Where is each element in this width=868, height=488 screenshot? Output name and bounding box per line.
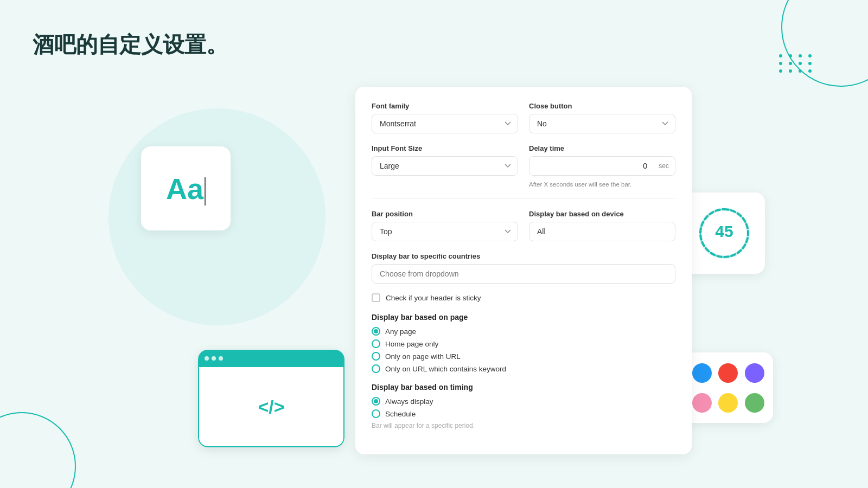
radio-page-url[interactable]: Only on page with URL: [372, 352, 675, 361]
radio-always-display-circle[interactable]: [372, 397, 380, 406]
font-family-label: Font family: [372, 102, 518, 110]
delay-time-wrapper: sec: [529, 156, 675, 176]
radio-url-keyword[interactable]: Only on URL which contains keyword: [372, 364, 675, 373]
text-cursor: [205, 177, 206, 206]
countries-label: Display bar to specific countries: [372, 252, 675, 260]
radio-specific-period: Bar will appear for a specific period.: [372, 422, 675, 429]
font-card-text: Aa: [166, 172, 203, 206]
delay-time-label: Delay time: [529, 144, 675, 152]
timer-number: 45: [715, 222, 733, 240]
section-display-page: Display bar based on page Any page Home …: [372, 313, 675, 373]
radio-home-page-circle[interactable]: [372, 339, 380, 348]
dots-grid: [779, 54, 814, 73]
countries-input[interactable]: [372, 264, 675, 284]
display-timing-title: Display bar based on timing: [372, 383, 675, 391]
section-display-timing: Display bar based on timing Always displ…: [372, 383, 675, 429]
sticky-header-checkbox[interactable]: [372, 293, 380, 302]
radio-any-page-circle[interactable]: [372, 327, 380, 336]
code-card-dot-3: [219, 356, 223, 361]
radio-any-page-label: Any page: [385, 328, 416, 336]
delay-time-input[interactable]: [529, 156, 675, 176]
settings-panel: Font family Montserrat Close button No I…: [355, 87, 692, 454]
code-card-dot: [205, 356, 209, 361]
code-card-dot-2: [212, 356, 216, 361]
display-device-input[interactable]: [529, 222, 675, 241]
radio-page-url-circle[interactable]: [372, 352, 380, 361]
radio-always-display-label: Always display: [385, 397, 433, 406]
code-card-body: </>: [198, 367, 344, 447]
bar-position-label: Bar position: [372, 210, 518, 218]
bg-circle-top-right: [781, 0, 868, 87]
delay-time-unit: sec: [659, 162, 669, 170]
group-bar-position: Bar position Top: [372, 210, 518, 241]
delay-time-hint: After X seconds user will see the bar.: [529, 181, 675, 188]
radio-specific-period-label: Bar will appear for a specific period.: [372, 422, 475, 429]
code-tag-icon: </>: [258, 396, 284, 418]
radio-home-page[interactable]: Home page only: [372, 339, 675, 348]
input-font-size-label: Input Font Size: [372, 144, 518, 152]
color-circle-blue: [692, 363, 712, 383]
group-countries: Display bar to specific countries: [372, 252, 675, 284]
radio-always-display[interactable]: Always display: [372, 397, 675, 406]
group-display-device: Display bar based on device: [529, 210, 675, 241]
sticky-header-label: Check if your header is sticky: [386, 294, 481, 302]
group-input-font-size: Input Font Size Large: [372, 144, 518, 188]
radio-schedule-circle[interactable]: [372, 409, 380, 418]
group-delay-time: Delay time sec After X seconds user will…: [529, 144, 675, 188]
color-circle-yellow: [718, 393, 738, 413]
radio-page-url-label: Only on page with URL: [385, 352, 461, 361]
radio-schedule[interactable]: Schedule: [372, 409, 675, 418]
timer-card: 45: [684, 192, 765, 274]
timer-svg: 45: [694, 203, 754, 263]
bar-position-select[interactable]: Top: [372, 222, 518, 241]
sticky-header-row[interactable]: Check if your header is sticky: [372, 293, 675, 302]
radio-schedule-label: Schedule: [385, 410, 416, 418]
radio-any-page[interactable]: Any page: [372, 327, 675, 336]
close-button-select[interactable]: No: [529, 114, 675, 133]
color-circle-purple: [745, 363, 764, 383]
color-circle-green: [745, 393, 764, 413]
color-card: [684, 352, 773, 423]
radio-url-keyword-label: Only on URL which contains keyword: [385, 365, 506, 373]
radio-home-page-label: Home page only: [385, 340, 438, 348]
page-title: 酒吧的自定义设置。: [33, 30, 228, 60]
code-card: </>: [198, 350, 344, 447]
group-font-family: Font family Montserrat: [372, 102, 518, 133]
color-circle-red: [718, 363, 738, 383]
divider-1: [372, 198, 675, 199]
font-card: Aa: [141, 146, 231, 230]
code-card-header: [198, 350, 344, 367]
radio-url-keyword-circle[interactable]: [372, 364, 380, 373]
display-device-label: Display bar based on device: [529, 210, 675, 218]
font-family-select[interactable]: Montserrat: [372, 114, 518, 133]
row-font-close: Font family Montserrat Close button No: [372, 102, 675, 133]
close-button-label: Close button: [529, 102, 675, 110]
input-font-size-select[interactable]: Large: [372, 156, 518, 176]
group-close-button: Close button No: [529, 102, 675, 133]
row-position-device: Bar position Top Display bar based on de…: [372, 210, 675, 241]
display-page-title: Display bar based on page: [372, 313, 675, 322]
row-size-delay: Input Font Size Large Delay time sec Aft…: [372, 144, 675, 188]
color-circle-pink: [692, 393, 712, 413]
bg-circle-bottom-left: [0, 412, 76, 488]
